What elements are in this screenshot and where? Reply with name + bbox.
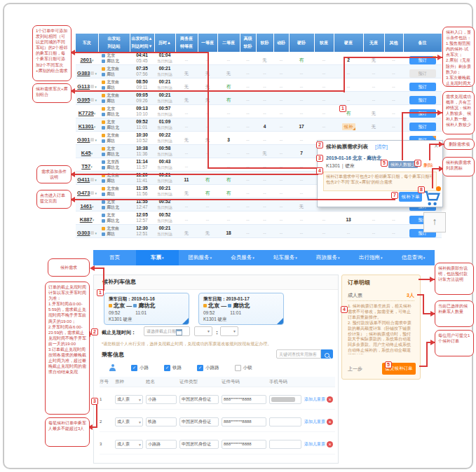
phone-field[interactable] [269,417,301,426]
ticket-type-select[interactable]: 成人票▼ [115,417,143,426]
chevron-down-icon[interactable]: ▾ [95,178,97,182]
checkbox-icon[interactable] [235,365,241,371]
id-number-field[interactable]: 888*******8888 [222,440,266,449]
deadline-hour-select[interactable]: ▼ [194,326,212,336]
seat-cell: -- [240,105,256,118]
checkbox-checked-icon[interactable]: ✓ [197,365,203,371]
train-link[interactable]: K45 [81,150,91,156]
add-child-ticket-link[interactable]: 添加儿童票 [304,396,327,403]
step-marker-3: 3 [91,398,98,405]
name-field[interactable]: 铁路 [146,417,177,426]
train-link[interactable]: K887 [80,216,93,223]
quick-passenger-小路[interactable]: ✓小路 [131,365,149,371]
waitlist-tag[interactable]: 候补 [342,123,355,130]
book-button[interactable]: 预订 [409,123,436,131]
nav-tab-信息查询[interactable]: 信息查询▾ [392,250,435,265]
id-type-field[interactable]: 中国居民身份证 [179,440,219,449]
ticket-type-select[interactable]: 成人票▼ [115,395,143,404]
chevron-down-icon[interactable]: ▾ [90,165,93,169]
add-child-ticket-link[interactable]: 添加儿童票 [304,419,327,425]
nav-tab-商旅服务[interactable]: 商旅服务▾ [306,250,349,265]
nav-tab-站车服务[interactable]: 站车服务▾ [264,250,307,265]
clear-all-link[interactable]: [清空] [375,144,388,151]
id-type-field[interactable]: 中国居民身份证 [179,395,219,404]
phone-field[interactable] [269,440,301,449]
quick-passenger-小路路[interactable]: ✓小路路 [197,365,219,371]
passenger-search-input[interactable]: 关键词查找常用旅客 [276,349,321,359]
chevron-down-icon[interactable]: ▾ [91,151,93,155]
nav-tab-团购服务[interactable]: 团购服务▾ [179,250,222,265]
name-field[interactable]: 小路路 [146,440,177,449]
search-button[interactable] [321,349,333,359]
nav-tab-车票[interactable]: 车票▾ [136,250,179,265]
scroll-top-button[interactable]: ↑ [423,212,446,232]
train-link[interactable]: G383 [77,70,90,76]
train-link[interactable]: G395 [77,97,90,103]
remove-passenger-icon[interactable] [327,441,333,447]
chevron-down-icon[interactable]: ▾ [93,218,95,222]
checkbox-checked-icon[interactable]: ✓ [164,365,170,371]
nav-tab-首页[interactable]: 首页 [93,250,136,265]
train-link[interactable]: G411 [77,176,90,183]
train-link[interactable]: K1301 [79,123,94,130]
book-button[interactable]: 预订 [409,69,436,78]
train-link[interactable]: G113 [77,83,90,90]
chevron-down-icon[interactable]: ▾ [95,138,97,142]
train-link[interactable]: T57 [81,163,90,169]
duration: 01:09 [154,119,175,125]
chevron-down-icon[interactable]: ▾ [95,85,97,89]
chevron-down-icon[interactable]: ▾ [92,204,94,209]
departure-time: 04:41 [130,53,154,58]
remove-passenger-icon[interactable] [327,419,333,425]
deadline-label: 截止兑现时间： [102,329,136,336]
remove-passenger-icon[interactable] [327,396,333,403]
book-button[interactable]: 预订 [409,83,436,91]
quick-passenger-铁路[interactable]: ✓铁路 [164,365,182,371]
id-type-field[interactable]: 中国居民身份证 [179,417,219,426]
train-link[interactable]: 1461 [80,203,92,209]
train-link[interactable]: 2601 [80,57,92,63]
chevron-down-icon[interactable]: ▾ [95,71,97,76]
departure-time: 11:14 [130,159,154,165]
id-number-field[interactable]: 888*******8888 [222,395,266,404]
seat-cell: -- [363,92,384,105]
seat-availability: -- [322,217,325,222]
train-link[interactable]: K7729 [79,110,94,116]
seat-availability: 无 [184,137,189,142]
chevron-down-icon[interactable]: ▾ [92,58,94,62]
column-header: 软座 [314,34,334,52]
card-times: 09:5211:01 [109,310,184,316]
seat-availability: -- [392,97,395,102]
chevron-down-icon[interactable]: ▾ [94,111,96,116]
train-link[interactable]: G303 [77,230,90,236]
train-link[interactable]: G301 [77,137,90,143]
deadline-minute-select[interactable]: ▼ [220,326,238,336]
times-cell: 09:1310:10 [130,105,154,118]
name-field[interactable]: 小路 [146,395,177,404]
chevron-down-icon[interactable]: ▾ [95,231,97,235]
add-child-ticket-link[interactable]: 添加儿童票 [304,441,327,447]
chevron-down-icon[interactable]: ▾ [94,125,96,129]
phone-field[interactable] [269,395,301,404]
id-number-field[interactable]: 888*******8888 [222,417,266,426]
waitlist-order-button[interactable]: 候补下单 [399,192,422,202]
book-button[interactable]: 预订 [409,109,436,118]
quick-passenger-小锁[interactable]: 小锁 [235,365,252,371]
train-link[interactable]: G473 [77,190,90,196]
ticket-type-select[interactable]: 成人票▼ [115,440,143,449]
chevron-down-icon[interactable]: ▾ [95,191,97,195]
deadline-date-select[interactable]: 请选择截止日期 [144,326,190,336]
book-button[interactable]: 预订 [409,96,436,104]
nav-tab-出行指南[interactable]: 出行指南▾ [349,250,392,265]
connector-line [72,90,345,92]
seat-cell: -- [314,78,334,92]
chevron-down-icon[interactable]: ▾ [95,98,97,102]
nav-tab-会员服务[interactable]: 会员服务▾ [222,250,264,265]
passenger-column-header: 手机号码 [269,379,304,385]
waitlist-cart-icon[interactable] [422,188,441,209]
checkbox-checked-icon[interactable]: ✓ [131,365,137,371]
duration-cell: 00:58当日到达 [154,145,175,158]
column-header-line: 硬座 [334,39,363,47]
seat-cell: 无 [256,52,273,65]
back-button[interactable]: 上一步 [348,366,362,373]
